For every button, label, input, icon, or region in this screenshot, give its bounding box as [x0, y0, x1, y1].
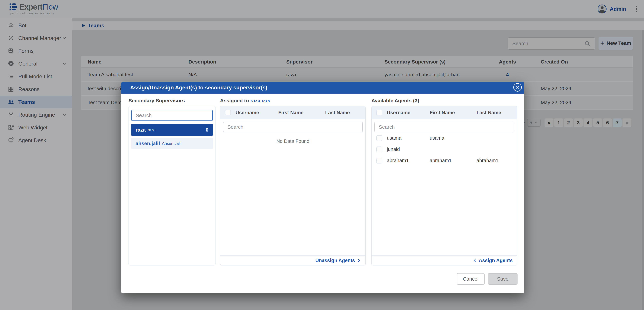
agent-first-name: usama — [430, 135, 476, 141]
agent-row-usama[interactable]: usama usama — [372, 132, 517, 144]
assigned-search-input[interactable] — [224, 124, 362, 130]
available-agents-panel: Username First Name Last Name usama usam… — [372, 106, 517, 266]
close-icon[interactable] — [513, 83, 522, 92]
supervisor-item-raza[interactable]: raza raza 0 — [131, 124, 213, 136]
assigned-panel-footer: Unassign Agents — [220, 256, 365, 265]
supervisor-username: raza — [136, 127, 146, 133]
available-search — [374, 122, 514, 132]
select-all-checkbox[interactable] — [225, 110, 231, 116]
assigned-column-title: Assigned to raza raza — [220, 98, 270, 104]
supervisors-column-title: Secondary Supervisors — [128, 98, 185, 104]
available-search-input[interactable] — [375, 124, 514, 130]
agent-row-abraham1[interactable]: abraham1 abraham1 abraham1 — [372, 155, 517, 166]
screen: ExpertFlow your callcenter experts Admin… — [0, 0, 644, 310]
supervisors-panel: raza raza 0 ahsen.jalil Ahsen Jalil — [128, 106, 216, 266]
agent-first-name: abraham1 — [430, 158, 476, 163]
supervisors-search-input[interactable] — [132, 112, 212, 118]
row-checkbox[interactable] — [376, 158, 382, 164]
agent-username: usama — [387, 135, 430, 141]
agent-username: abraham1 — [387, 158, 430, 163]
modal-header: Assign/Unassign Agent(s) to secondary su… — [121, 82, 524, 94]
chevron-right-icon — [356, 258, 361, 262]
row-checkbox[interactable] — [376, 135, 382, 141]
column-header: Username — [387, 110, 430, 116]
assign-agents-button[interactable]: Assign Agents — [473, 258, 513, 263]
supervisors-search — [131, 110, 213, 121]
available-column-title: Available Agents (3) — [372, 98, 419, 104]
assigned-agents-panel: Username First Name Last Name No Data Fo… — [220, 106, 366, 266]
cancel-button[interactable]: Cancel — [457, 273, 484, 285]
column-header: Last Name — [476, 110, 501, 116]
modal-title: Assign/Unassign Agent(s) to secondary su… — [130, 84, 268, 91]
assigned-title-prefix: Assigned to — [220, 98, 249, 103]
select-all-checkbox[interactable] — [376, 110, 382, 116]
available-table-header: Username First Name Last Name — [372, 106, 517, 119]
available-panel-footer: Assign Agents — [372, 256, 517, 265]
column-header: First Name — [430, 110, 476, 116]
supervisor-fullname: raza — [148, 128, 156, 132]
assigned-search — [223, 122, 363, 132]
assigned-supervisor-name: raza — [262, 99, 270, 103]
assign-unassign-modal: Assign/Unassign Agent(s) to secondary su… — [121, 82, 524, 293]
column-header: First Name — [278, 110, 325, 116]
agent-row-junaid[interactable]: junaid — [372, 144, 517, 155]
assigned-table-header: Username First Name Last Name — [220, 106, 365, 119]
supervisor-item-ahsen-jalil[interactable]: ahsen.jalil Ahsen Jalil — [131, 138, 213, 149]
empty-state-text: No Data Found — [220, 138, 365, 144]
assigned-supervisor-username: raza — [250, 98, 260, 103]
agent-last-name: abraham1 — [476, 158, 498, 163]
chevron-left-icon — [473, 258, 477, 262]
unassign-agents-button[interactable]: Unassign Agents — [315, 258, 361, 263]
row-checkbox[interactable] — [376, 146, 382, 152]
modal-footer: Cancel Save — [457, 273, 518, 285]
unassign-agents-label: Unassign Agents — [315, 258, 355, 263]
agent-username: junaid — [387, 146, 430, 152]
supervisor-username: ahsen.jalil — [136, 141, 160, 146]
column-header: Last Name — [325, 110, 350, 116]
column-header: Username — [236, 110, 278, 116]
assigned-count-badge: 0 — [206, 127, 208, 133]
supervisor-fullname: Ahsen Jalil — [162, 141, 182, 146]
assign-agents-label: Assign Agents — [479, 258, 513, 263]
save-button[interactable]: Save — [488, 273, 518, 285]
